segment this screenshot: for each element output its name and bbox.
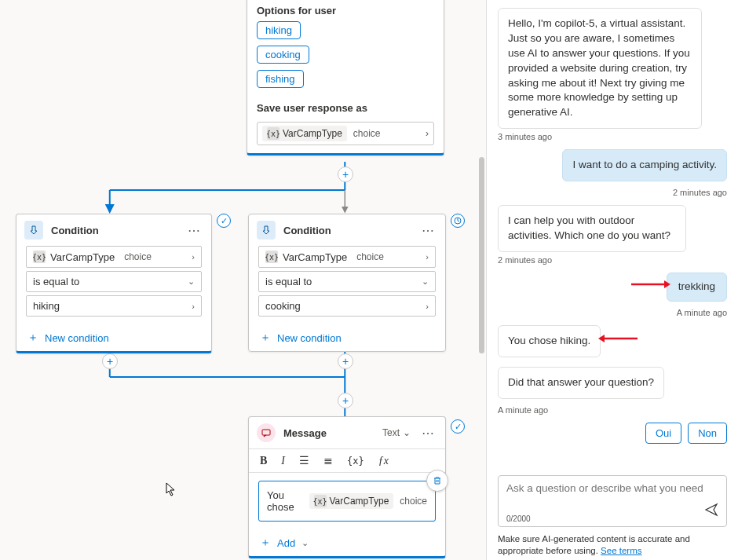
chevron-right-icon: › [192, 302, 195, 311]
timestamp: 2 minutes ago [498, 255, 727, 265]
bullet-list-button[interactable]: ☰ [299, 454, 309, 467]
plus-icon: ＋ [260, 331, 271, 345]
add-node-button[interactable]: + [338, 353, 353, 369]
options-label: Options for user [247, 0, 444, 21]
message-icon [257, 423, 276, 442]
cursor-icon [166, 482, 178, 498]
annotation-arrow [631, 279, 670, 290]
variable-icon: {x} [33, 251, 46, 263]
chevron-right-icon: › [192, 252, 195, 262]
option-chip[interactable]: hiking [257, 21, 301, 39]
condition-operator[interactable]: is equal to ⌄ [258, 271, 436, 292]
add-condition-button[interactable]: ＋ New condition [249, 324, 445, 351]
message-body[interactable]: You chose {x} VarCampType choice [258, 481, 436, 522]
branch-icon [257, 221, 276, 240]
variable-icon: {x} [314, 495, 327, 507]
status-check-icon: ✓ [451, 419, 465, 434]
add-node-button[interactable]: + [338, 393, 353, 408]
chevron-right-icon: › [426, 128, 429, 139]
send-button[interactable] [704, 503, 718, 520]
save-label: Save user response as [247, 94, 444, 119]
bot-message: I can help you with outdoor activities. … [498, 205, 686, 252]
italic-button[interactable]: I [281, 455, 285, 467]
timestamp: 2 minutes ago [498, 188, 727, 197]
text-type-selector[interactable]: Text ⌄ [382, 427, 411, 438]
ellipsis-icon[interactable]: ⋯ [184, 223, 203, 238]
chevron-down-icon: ⌄ [403, 427, 411, 438]
chevron-right-icon: › [426, 302, 429, 311]
ellipsis-icon[interactable]: ⋯ [418, 426, 437, 441]
chat-input[interactable] [506, 482, 718, 512]
ai-disclaimer: Make sure AI-generated content is accura… [498, 533, 727, 557]
formula-button[interactable]: ƒx [378, 455, 389, 467]
numbered-list-button[interactable]: ≣ [323, 454, 333, 467]
add-condition-button[interactable]: ＋ New condition [16, 324, 211, 351]
annotation-arrow [598, 333, 638, 344]
node-title: Condition [51, 225, 177, 236]
node-title: Message [283, 427, 374, 439]
add-button[interactable]: ＋ Add ⌄ [249, 529, 445, 556]
variable-icon: {x} [267, 127, 279, 140]
variable-button[interactable]: {x} [347, 456, 364, 467]
branch-icon [24, 221, 43, 240]
timestamp: 3 minutes ago [498, 132, 727, 141]
chevron-right-icon: › [426, 252, 429, 262]
bot-message: You chose hiking. [498, 325, 601, 357]
timestamp: A minute ago [498, 308, 727, 317]
formatting-toolbar: B I ☰ ≣ {x} ƒx [249, 448, 445, 473]
bot-message: Did that answer your question? [498, 367, 664, 399]
chevron-down-icon: ⌄ [188, 276, 195, 287]
svg-rect-1 [262, 430, 270, 435]
condition-node-a[interactable]: Condition ⋯ {x} VarCampType choice › is … [16, 214, 212, 353]
authoring-canvas[interactable]: Options for user hiking cooking fishing … [0, 0, 487, 560]
chevron-down-icon: ⌄ [301, 538, 309, 548]
status-recent-icon [451, 214, 465, 228]
add-node-button[interactable]: + [102, 353, 118, 369]
user-message: I want to do a camping activity. [562, 149, 727, 181]
char-count: 0/2000 [506, 514, 718, 523]
quick-reply-button[interactable]: Oui [645, 423, 681, 444]
options-node[interactable]: Options for user hiking cooking fishing … [247, 0, 444, 156]
condition-operator[interactable]: is equal to ⌄ [26, 271, 202, 292]
option-chip[interactable]: cooking [257, 46, 309, 64]
ellipsis-icon[interactable]: ⋯ [418, 223, 437, 238]
message-node[interactable]: Message Text ⌄ ⋯ B I ☰ ≣ {x} ƒx [248, 416, 446, 558]
scrollbar[interactable] [479, 157, 484, 353]
chat-input-container: 0/2000 [498, 475, 727, 527]
plus-icon: ＋ [260, 536, 271, 550]
variable-field[interactable]: {x} VarCampType choice › [257, 122, 434, 145]
add-node-button[interactable]: + [338, 167, 353, 182]
condition-value[interactable]: hiking › [26, 295, 202, 317]
timestamp: A minute ago [498, 405, 727, 415]
option-chip[interactable]: fishing [257, 70, 304, 88]
condition-node-b[interactable]: Condition ⋯ {x} VarCampType choice › is … [248, 214, 446, 352]
test-chat-panel: Hello, I'm copilot-5, a virtual assistan… [487, 0, 738, 560]
user-message: trekking [667, 273, 727, 302]
bold-button[interactable]: B [260, 455, 267, 467]
see-terms-link[interactable]: See terms [601, 546, 641, 555]
quick-reply-button[interactable]: Non [688, 423, 727, 444]
condition-variable[interactable]: {x} VarCampType choice › [258, 246, 436, 268]
chevron-down-icon: ⌄ [422, 276, 429, 287]
plus-icon: ＋ [27, 331, 38, 345]
status-check-icon: ✓ [217, 214, 231, 228]
node-title: Condition [283, 225, 411, 236]
bot-message: Hello, I'm copilot-5, a virtual assistan… [498, 8, 702, 129]
condition-variable[interactable]: {x} VarCampType choice › [26, 246, 202, 268]
condition-value[interactable]: cooking › [258, 295, 436, 317]
delete-button[interactable] [426, 470, 448, 492]
variable-icon: {x} [265, 251, 278, 263]
